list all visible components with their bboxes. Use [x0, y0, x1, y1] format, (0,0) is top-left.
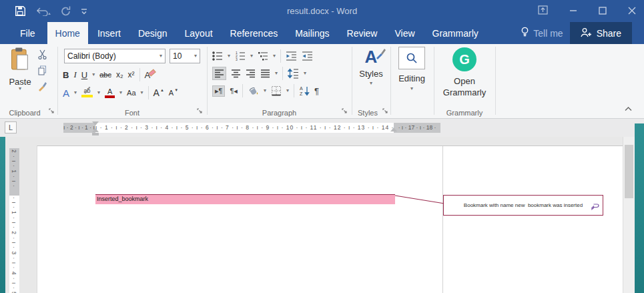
shading-dropdown-arrow[interactable]: ▾ — [264, 89, 266, 93]
format-painter-icon[interactable] — [37, 81, 47, 91]
copy-icon[interactable] — [37, 65, 47, 75]
editing-button[interactable]: Editing ▾ — [396, 47, 428, 91]
tell-me-box[interactable]: Tell me — [514, 22, 569, 44]
shading-bucket-icon[interactable] — [248, 85, 259, 96]
comment-reply-icon[interactable] — [579, 198, 599, 218]
align-right-button[interactable] — [246, 69, 256, 78]
tab-view[interactable]: View — [386, 22, 422, 44]
close-icon[interactable] — [628, 5, 636, 17]
borders-dropdown-arrow[interactable]: ▾ — [286, 89, 289, 93]
save-icon[interactable] — [15, 5, 26, 17]
left-to-right-button[interactable]: ▸¶ — [212, 85, 225, 97]
ruler-left-margin[interactable]: ı · 2 · ı · 1 · ı · — [63, 123, 95, 133]
font-color-dropdown-arrow[interactable]: ▾ — [119, 91, 122, 95]
italic-button[interactable]: I — [73, 69, 76, 80]
styles-button[interactable]: A Styles ▾ — [352, 47, 390, 85]
superscript-button[interactable]: x² — [128, 70, 135, 79]
shrink-font-button[interactable]: A▼ — [169, 89, 178, 97]
share-label: Share — [597, 28, 621, 39]
highlighted-text-line[interactable]: Inserted_bookmark — [95, 194, 395, 204]
strikethrough-button[interactable]: abc — [99, 71, 111, 79]
group-editing: Editing ▾ — [390, 44, 434, 119]
increase-indent-button[interactable] — [302, 51, 313, 61]
comment-balloon[interactable]: Bookmark with name new bookmark was inse… — [443, 195, 603, 216]
cut-icon[interactable] — [37, 49, 47, 59]
font-size-value: 10 — [173, 51, 182, 61]
bold-button[interactable]: B — [63, 70, 69, 80]
sort-button[interactable]: AZ — [299, 85, 310, 96]
right-to-left-button[interactable]: ¶◂ — [230, 87, 237, 95]
font-color-button[interactable]: A — [105, 88, 115, 98]
tab-design[interactable]: Design — [130, 22, 176, 44]
hanging-indent-marker[interactable] — [92, 128, 99, 132]
tab-file[interactable]: File — [9, 22, 46, 44]
open-grammarly-button[interactable]: G Open Grammarly — [434, 47, 495, 97]
bullets-dropdown-arrow[interactable]: ▾ — [228, 54, 230, 58]
styles-dialog-launcher-icon[interactable] — [382, 105, 388, 117]
redo-icon[interactable] — [61, 6, 71, 17]
grammarly-logo-icon: G — [452, 47, 476, 71]
line-spacing-button[interactable] — [288, 68, 299, 79]
underline-dropdown-arrow[interactable]: ▾ — [92, 73, 95, 77]
highlight-color-button[interactable]: ab — [81, 88, 93, 97]
justify-button[interactable] — [260, 69, 270, 78]
paste-clipboard-icon — [11, 47, 29, 73]
title-bar: result.docx - Word — [0, 0, 644, 22]
left-indent-marker[interactable] — [92, 133, 99, 135]
text-effects-button[interactable]: A — [63, 87, 69, 99]
highlight-dropdown-arrow[interactable]: ▾ — [97, 91, 100, 95]
tab-mailings[interactable]: Mailings — [287, 22, 337, 44]
font-size-combo[interactable]: 10▾ — [170, 49, 200, 63]
scrollbar-thumb[interactable] — [625, 145, 633, 198]
change-case-button[interactable]: Aa — [127, 89, 135, 97]
ruler-main[interactable]: ı · 1 · ı · 2 · ı · 3 · ı · 4 · ı · 5 · … — [95, 123, 394, 133]
collapse-ribbon-icon[interactable] — [625, 102, 632, 114]
document-page[interactable] — [37, 145, 623, 293]
ruler-right-margin[interactable]: · ı · 17 · ı · 18 · — [394, 123, 440, 133]
vertical-scrollbar[interactable] — [623, 137, 635, 293]
justify-dropdown-arrow[interactable]: ▾ — [275, 71, 278, 75]
customize-quick-access-icon[interactable] — [81, 8, 87, 15]
ribbon-display-options-icon[interactable] — [538, 5, 548, 17]
underline-button[interactable]: U — [81, 70, 87, 80]
tab-insert[interactable]: Insert — [89, 22, 129, 44]
maximize-icon[interactable] — [599, 5, 607, 17]
decrease-indent-button[interactable] — [286, 51, 297, 61]
grow-font-button[interactable]: A▲ — [153, 87, 164, 98]
multilevel-list-button[interactable] — [258, 51, 268, 61]
align-left-button[interactable] — [212, 67, 226, 80]
shrink-font-letter: A — [169, 89, 174, 97]
multilevel-dropdown-arrow[interactable]: ▾ — [273, 54, 276, 58]
tab-review[interactable]: Review — [339, 22, 386, 44]
paste-dropdown-arrow[interactable]: ▾ — [19, 87, 21, 91]
undo-icon[interactable] — [35, 7, 51, 16]
editing-dropdown-arrow[interactable]: ▾ — [396, 87, 428, 91]
font-family-combo[interactable]: Calibri (Body)▾ — [64, 49, 166, 63]
numbering-dropdown-arrow[interactable]: ▾ — [250, 54, 253, 58]
tab-home[interactable]: Home — [47, 22, 88, 44]
tab-stop-selector[interactable]: L — [5, 121, 17, 133]
font-dialog-launcher-icon[interactable] — [197, 105, 203, 117]
minimize-icon[interactable] — [569, 5, 577, 17]
show-paragraph-marks-button[interactable]: ¶ — [314, 86, 319, 96]
clear-formatting-button[interactable]: A — [145, 70, 156, 80]
right-indent-marker[interactable] — [390, 127, 397, 131]
tab-layout[interactable]: Layout — [177, 22, 221, 44]
align-center-button[interactable] — [231, 69, 241, 78]
styles-dropdown-arrow[interactable]: ▾ — [352, 81, 390, 85]
subscript-button[interactable]: x₂ — [116, 70, 123, 79]
line-spacing-dropdown-arrow[interactable]: ▾ — [304, 71, 306, 75]
first-line-indent-marker[interactable] — [92, 121, 99, 125]
bullets-button[interactable] — [212, 51, 223, 61]
paragraph-dialog-launcher-icon[interactable] — [342, 105, 348, 117]
change-case-dropdown-arrow[interactable]: ▾ — [141, 91, 143, 95]
tab-grammarly[interactable]: Grammarly — [424, 22, 487, 44]
highlight-yellow-bar — [81, 95, 93, 97]
share-button[interactable]: Share — [570, 22, 632, 44]
text-effects-dropdown-arrow[interactable]: ▾ — [74, 91, 77, 95]
tab-references[interactable]: References — [222, 22, 286, 44]
borders-button[interactable] — [271, 85, 282, 96]
paste-button[interactable]: Paste ▾ — [5, 47, 35, 105]
numbering-button[interactable]: 123 — [235, 51, 246, 61]
clipboard-dialog-launcher-icon[interactable] — [49, 105, 55, 117]
